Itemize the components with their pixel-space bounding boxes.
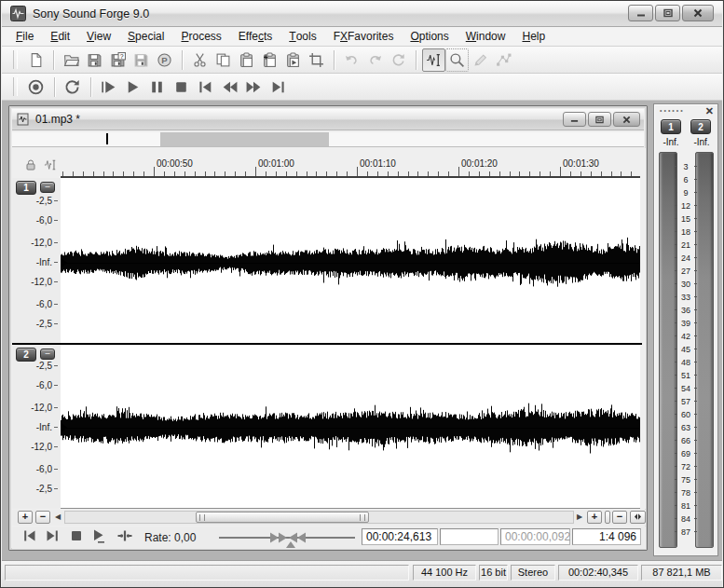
save-all-button[interactable] <box>130 48 153 72</box>
go-to-end-button[interactable] <box>266 75 290 99</box>
record-button[interactable] <box>24 75 48 99</box>
menu-effects[interactable]: Effects <box>230 27 280 46</box>
forward-button[interactable] <box>242 75 266 99</box>
open-folder-icon <box>63 52 79 68</box>
rewind-button[interactable] <box>218 75 241 99</box>
meter-bars-area[interactable]: 3691215182124273033363942454851545760636… <box>654 152 717 549</box>
shuttle-slider[interactable] <box>219 526 355 549</box>
menu-window[interactable]: Window <box>458 27 514 46</box>
save-as-button[interactable]: ? <box>106 48 130 72</box>
channel-divider[interactable] <box>12 343 642 345</box>
meter-scale-value: 6 <box>677 176 694 184</box>
magnify-tool-button[interactable] <box>445 48 469 72</box>
meter-channel-2-button[interactable]: 2 <box>690 119 711 134</box>
go-to-start-button[interactable] <box>194 75 217 99</box>
doc-close-button[interactable] <box>613 112 640 127</box>
horizontal-scrollbar[interactable] <box>64 511 574 524</box>
db-scale-label: -6,0 <box>20 215 52 226</box>
go-to-start-mini-button[interactable] <box>20 528 40 547</box>
ruler-time-label: 00:01:00 <box>258 158 294 169</box>
publish-button[interactable]: P <box>153 48 176 72</box>
cursor-center-mini-button[interactable] <box>115 528 135 547</box>
play-all-button[interactable] <box>97 75 120 99</box>
cursor-position-field[interactable]: 00:00:24,613 <box>362 528 438 545</box>
menu-fx-favorites[interactable]: FX Favorites <box>325 27 403 46</box>
edit-tool-selector-icon[interactable] <box>44 158 57 175</box>
menu-process[interactable]: Process <box>172 27 229 46</box>
ruler-major-tick <box>458 167 459 176</box>
redo-button[interactable] <box>363 48 387 72</box>
ruler-tick <box>195 171 196 176</box>
ruler-time-label: 00:00:50 <box>157 158 193 169</box>
stop-mini-button[interactable] <box>66 528 87 547</box>
repeat-button[interactable] <box>387 48 410 72</box>
vertical-zoom-in-button[interactable]: + <box>18 511 33 524</box>
menu-bar: FileEditViewSpecialProcessEffectsToolsFX… <box>2 27 722 47</box>
menu-file[interactable]: File <box>7 27 42 46</box>
menu-tools[interactable]: Tools <box>280 27 324 46</box>
zoom-fit-button[interactable] <box>630 511 646 524</box>
paste-button[interactable] <box>235 48 258 72</box>
channel-2-button[interactable]: 2 <box>16 348 36 362</box>
zoom-splitter[interactable] <box>605 511 610 524</box>
edit-tool-button[interactable] <box>422 48 445 72</box>
doc-minimize-button[interactable] <box>563 112 586 127</box>
channel-1-minimize-button[interactable]: – <box>40 182 55 193</box>
maximize-button[interactable] <box>655 5 680 21</box>
zoom-in-time-button[interactable]: + <box>587 511 602 524</box>
vertical-zoom-out-button[interactable]: − <box>35 511 50 524</box>
new-file-button[interactable] <box>24 48 48 72</box>
doc-restore-button[interactable] <box>588 112 611 127</box>
mix-paste-button[interactable] <box>258 48 281 72</box>
lock-icon[interactable] <box>24 158 37 175</box>
save-button[interactable] <box>83 48 106 72</box>
menu-special[interactable]: Special <box>119 27 172 46</box>
ruler-tick <box>133 171 134 176</box>
selection-length-field[interactable]: 00:00:00,092 <box>500 528 570 545</box>
channel-2-minimize-button[interactable]: – <box>40 349 55 360</box>
play-button[interactable] <box>121 75 144 99</box>
overview-bar[interactable] <box>12 132 644 147</box>
waveform-channel-1[interactable] <box>61 238 640 287</box>
meters-grip-icon[interactable]: •••••• <box>660 107 685 114</box>
pause-button[interactable] <box>145 75 169 99</box>
free-space-cell: 87 821,1 MB <box>641 565 722 581</box>
zoom-out-time-button[interactable]: − <box>612 511 627 524</box>
scroll-right-icon[interactable]: ▶ <box>577 513 582 522</box>
window-title: Sony Sound Forge 9.0 <box>33 7 149 21</box>
save-all-icon <box>133 52 149 68</box>
meter-channel-1-button[interactable]: 1 <box>661 119 681 134</box>
title-bar[interactable]: Sony Sound Forge 9.0 <box>2 1 722 27</box>
scrollbar-thumb[interactable] <box>196 512 369 523</box>
pencil-tool-button[interactable] <box>469 48 492 72</box>
stop-button[interactable] <box>170 75 193 99</box>
undo-button[interactable] <box>340 48 363 72</box>
menu-edit[interactable]: Edit <box>42 27 78 46</box>
minimize-button[interactable] <box>628 5 653 21</box>
go-to-end-mini-button[interactable] <box>42 528 62 547</box>
ruler-tick <box>347 171 348 176</box>
ruler-tick <box>479 171 480 176</box>
selection-start-field[interactable] <box>440 528 499 545</box>
trim-crop-button[interactable] <box>305 48 328 72</box>
audio-file-icon <box>16 112 31 127</box>
play-normal-mini-button[interactable] <box>89 528 109 547</box>
close-button[interactable] <box>682 5 714 21</box>
channel-1-button[interactable]: 1 <box>16 181 36 195</box>
loop-playback-button[interactable] <box>61 75 84 99</box>
open-file-button[interactable] <box>60 48 83 72</box>
overview-visible-region[interactable] <box>160 132 329 146</box>
menu-view[interactable]: View <box>78 27 119 46</box>
meters-close-icon[interactable]: ✕ <box>705 104 714 117</box>
copy-button[interactable] <box>212 48 235 72</box>
menu-help[interactable]: Help <box>513 27 553 46</box>
cut-button[interactable] <box>188 48 212 72</box>
zoom-ratio-field[interactable]: 1:4 096 <box>572 528 641 545</box>
envelope-tool-button[interactable] <box>492 48 515 72</box>
paste-to-new-button[interactable] <box>281 48 305 72</box>
scroll-left-icon[interactable]: ◀ <box>55 513 61 522</box>
menu-options[interactable]: Options <box>402 27 457 46</box>
ruler-tick <box>519 171 520 176</box>
document-title-bar[interactable]: 01.mp3 * <box>12 109 644 130</box>
time-ruler[interactable]: 00:00:5000:01:0000:01:1000:01:2000:01:30 <box>61 148 640 178</box>
